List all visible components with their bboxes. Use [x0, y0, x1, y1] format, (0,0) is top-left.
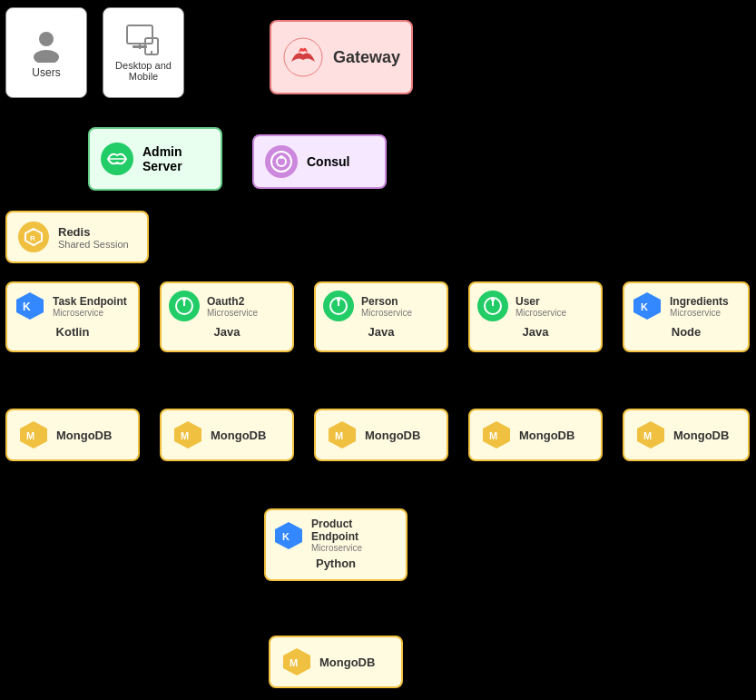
- person-icon: [323, 291, 354, 321]
- ingredients-lang: Node: [632, 325, 741, 339]
- svg-text:M: M: [181, 430, 189, 441]
- product-endpoint-node: K Product Endpoint Microservice Python: [264, 508, 407, 581]
- user-subtitle: Microservice: [515, 308, 566, 318]
- person-title: Person: [361, 295, 412, 308]
- svg-point-23: [491, 298, 495, 301]
- mongodb5-label: MongoDB: [673, 429, 729, 442]
- product-endpoint-title: Product Endpoint: [311, 518, 398, 543]
- user-lang: Java: [477, 325, 594, 339]
- person-lang: Java: [323, 325, 439, 339]
- ingredients-icon: K: [632, 291, 663, 321]
- task-endpoint-node: K Task Endpoint Microservice Kotlin: [5, 281, 140, 352]
- redis-icon: R: [18, 222, 49, 252]
- svg-text:K: K: [23, 301, 31, 313]
- gateway-icon: [282, 36, 324, 78]
- svg-point-0: [39, 32, 54, 46]
- mongodb4-icon: M: [481, 419, 512, 450]
- svg-text:M: M: [290, 657, 298, 668]
- mongodb2-node: M MongoDB: [160, 409, 294, 461]
- svg-point-8: [271, 152, 291, 172]
- svg-text:M: M: [489, 430, 497, 441]
- mongodb5-node: M MongoDB: [623, 409, 750, 461]
- mongodb2-icon: M: [172, 419, 203, 450]
- consul-node: Consul: [252, 134, 387, 189]
- product-endpoint-lang: Python: [273, 557, 398, 570]
- svg-point-20: [337, 298, 340, 301]
- task-endpoint-title: Task Endpoint: [53, 295, 127, 308]
- mongodb3-icon: M: [327, 419, 358, 450]
- ingredients-node: K Ingredients Microservice Node: [623, 281, 750, 352]
- oauth2-icon: [169, 291, 200, 321]
- user-title: User: [515, 295, 566, 308]
- task-endpoint-lang: Kotlin: [15, 325, 131, 339]
- ingredients-subtitle: Microservice: [670, 308, 729, 318]
- users-icon: [28, 26, 64, 63]
- mongodb6-label: MongoDB: [319, 656, 375, 669]
- svg-point-17: [182, 298, 186, 301]
- task-endpoint-icon: K: [15, 291, 45, 321]
- mongodb3-label: MongoDB: [365, 429, 420, 442]
- desktop-icon: [125, 24, 162, 56]
- svg-text:M: M: [26, 430, 34, 441]
- gateway-node: Gateway: [270, 20, 413, 94]
- architecture-diagram: Users Desktop and Mobile Gateway: [0, 0, 756, 700]
- ingredients-title: Ingredients: [670, 295, 729, 308]
- svg-point-1: [34, 50, 59, 63]
- user-icon: [477, 291, 508, 321]
- svg-text:M: M: [643, 430, 652, 441]
- consul-label: Consul: [307, 154, 349, 169]
- product-endpoint-icon: K: [273, 520, 304, 551]
- svg-text:M: M: [335, 430, 343, 441]
- mongodb6-node: M MongoDB: [269, 636, 403, 688]
- svg-rect-2: [127, 25, 152, 44]
- admin-server-label: Admin Server: [142, 144, 210, 173]
- mongodb6-icon: M: [281, 646, 312, 677]
- task-endpoint-subtitle: Microservice: [53, 308, 127, 318]
- svg-text:R: R: [30, 234, 35, 242]
- mongodb1-label: MongoDB: [56, 429, 112, 442]
- oauth2-node: Oauth2 Microservice Java: [160, 281, 294, 352]
- desktop-label: Desktop and Mobile: [103, 60, 183, 82]
- oauth2-lang: Java: [169, 325, 285, 339]
- person-node: Person Microservice Java: [314, 281, 448, 352]
- person-subtitle: Microservice: [361, 308, 412, 318]
- redis-text: Redis Shared Session: [58, 225, 129, 250]
- admin-server-node: Admin Server: [88, 127, 222, 191]
- oauth2-subtitle: Microservice: [207, 308, 258, 318]
- user-node: User Microservice Java: [468, 281, 603, 352]
- users-node: Users: [5, 7, 87, 98]
- mongodb2-label: MongoDB: [211, 429, 266, 442]
- oauth2-title: Oauth2: [207, 295, 258, 308]
- mongodb3-node: M MongoDB: [314, 409, 448, 461]
- mongodb1-icon: M: [18, 419, 49, 450]
- users-label: Users: [32, 66, 60, 79]
- oauth2-inner: Oauth2 Microservice: [169, 291, 285, 321]
- mongodb5-icon: M: [635, 419, 666, 450]
- mongodb4-node: M MongoDB: [468, 409, 603, 461]
- svg-text:K: K: [641, 301, 648, 312]
- task-endpoint-inner: K Task Endpoint Microservice: [15, 291, 131, 321]
- svg-text:K: K: [282, 531, 290, 542]
- product-endpoint-subtitle: Microservice: [311, 543, 398, 553]
- mongodb1-node: M MongoDB: [5, 409, 140, 461]
- redis-subtitle: Shared Session: [58, 239, 129, 250]
- admin-icon: [101, 143, 133, 175]
- desktop-node: Desktop and Mobile: [103, 7, 184, 98]
- svg-point-10: [280, 155, 283, 159]
- gateway-label: Gateway: [333, 48, 400, 67]
- redis-title: Redis: [58, 225, 129, 239]
- mongodb4-label: MongoDB: [519, 429, 574, 442]
- consul-icon: [265, 145, 298, 178]
- redis-node: R Redis Shared Session: [5, 211, 149, 263]
